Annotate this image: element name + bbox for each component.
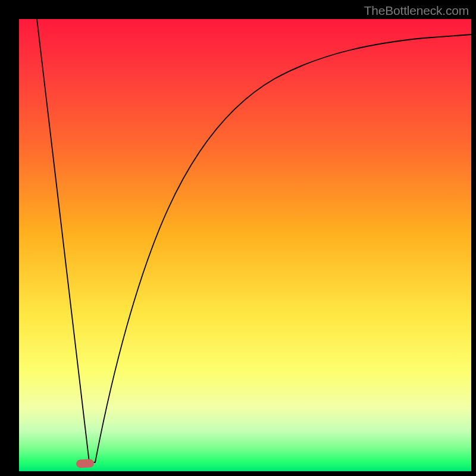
bottleneck-curve-left [37, 19, 89, 462]
attribution-text: TheBottleneck.com [364, 4, 469, 18]
chart-container: TheBottleneck.com [0, 0, 476, 476]
curve-svg [19, 19, 471, 471]
optimum-marker [76, 459, 95, 468]
plot-area [19, 19, 471, 471]
bottleneck-curve-right [89, 35, 471, 462]
